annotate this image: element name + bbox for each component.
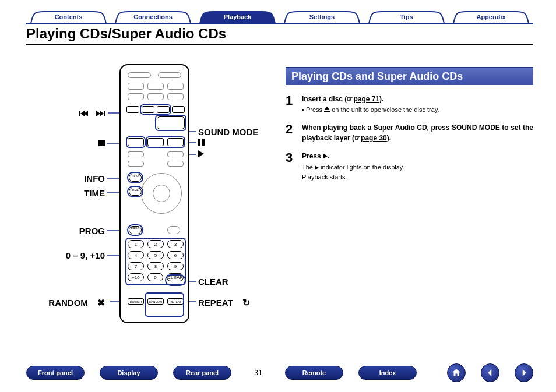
remote-time: TIME (129, 188, 142, 196)
tab-label: Connections (111, 10, 195, 23)
remote-random: RANDOM (147, 298, 164, 305)
step-3: 3 Press . The indicator lights on the di… (286, 151, 533, 182)
home-icon[interactable] (447, 363, 466, 382)
tab-label: Playback (195, 10, 280, 23)
remote-dimmer: DIMMER (128, 298, 144, 305)
remote-num: 3 (167, 240, 184, 248)
remote-body: INFO TIME PROG 1 2 3 4 5 6 7 8 9 (119, 64, 189, 323)
step-sub: Playback starts. (302, 173, 533, 182)
footer-remote[interactable]: Remote (285, 366, 343, 380)
remote-num: 1 (128, 240, 144, 248)
remote-sound-mode (157, 116, 185, 129)
tab-playback[interactable]: Playback (195, 10, 280, 23)
step-sub: The indicator lights on the display. (302, 163, 533, 172)
step-1: 1 Insert a disc (☞page 71). Press on the… (286, 94, 533, 115)
remote-num: 0 (147, 273, 164, 281)
remote-ff (172, 106, 185, 113)
tab-label: Contents (26, 10, 111, 23)
remote-next (157, 106, 170, 113)
remote-rew (126, 106, 139, 113)
content-right: Playing CDs and Super Audio CDs 1 Insert… (286, 67, 533, 190)
steps: 1 Insert a disc (☞page 71). Press on the… (286, 94, 533, 182)
remote-play (147, 138, 164, 146)
step-number: 1 (286, 94, 296, 115)
tab-settings[interactable]: Settings (280, 10, 364, 23)
step-number: 2 (286, 123, 296, 143)
section-title: Playing CDs and Super Audio CDs (286, 67, 533, 85)
remote-pause (167, 138, 184, 146)
remote-num: 6 (167, 251, 184, 259)
remote-info: INFO (129, 174, 142, 182)
link-page-71[interactable]: page 71 (353, 95, 379, 103)
remote-stop (128, 138, 144, 146)
tab-connections[interactable]: Connections (111, 10, 195, 23)
footer-front-panel[interactable]: Front panel (26, 366, 85, 380)
step-title: When playing back a Super Audio CD, pres… (302, 123, 533, 143)
forward-icon[interactable] (515, 363, 533, 382)
remote-diagram: INFO TIME PROG 0 – 9, +10 RANDOM ✖ SOUND… (35, 64, 274, 338)
remote-num: 5 (147, 251, 164, 259)
tab-label: Settings (280, 10, 364, 23)
top-tabs: Contents Connections Playback Settings T… (26, 10, 533, 23)
remote-clear: CLEAR (167, 273, 184, 281)
page-number: 31 (247, 369, 270, 377)
footer-rear-panel[interactable]: Rear panel (173, 366, 231, 380)
pointer-icon: ☞ (347, 95, 353, 103)
top-rule (26, 23, 533, 24)
remote-numpad: 1 2 3 4 5 6 7 8 9 +10 0 CLEAR (128, 240, 184, 284)
step-title: Insert a disc (☞page 71). (302, 94, 533, 104)
remote-num: 4 (128, 251, 144, 259)
link-page-30[interactable]: page 30 (361, 134, 387, 142)
remote-prev (142, 106, 154, 113)
remote-num: 7 (128, 262, 144, 270)
step-sub: Press on the unit to open/close the disc… (302, 105, 533, 115)
play-icon (315, 165, 319, 170)
remote-num: 8 (147, 262, 164, 270)
remote-repeat: REPEAT (167, 298, 184, 305)
remote-num: 2 (147, 240, 164, 248)
remote-num: 9 (167, 262, 184, 270)
tab-appendix[interactable]: Appendix (449, 10, 533, 23)
highlight-random-repeat (145, 292, 184, 317)
step-title: Press . (302, 151, 533, 161)
remote-bottom-row: DIMMER RANDOM REPEAT (128, 298, 184, 305)
footer-display[interactable]: Display (100, 366, 158, 380)
step-2: 2 When playing back a Super Audio CD, pr… (286, 123, 533, 143)
page-title: Playing CDs/Super Audio CDs (26, 26, 226, 42)
tab-label: Appendix (449, 10, 533, 23)
tab-contents[interactable]: Contents (26, 10, 111, 23)
footer: Front panel Display Rear panel 31 Remote… (26, 364, 533, 382)
footer-index[interactable]: Index (358, 366, 417, 380)
title-rule (26, 44, 533, 45)
pointer-icon: ☞ (354, 134, 361, 142)
step-number: 3 (286, 151, 296, 182)
tab-label: Tips (364, 10, 449, 23)
remote-plus10: +10 (128, 273, 144, 281)
tab-tips[interactable]: Tips (364, 10, 449, 23)
eject-icon (324, 107, 330, 112)
back-icon[interactable] (481, 363, 499, 382)
play-icon (323, 153, 328, 159)
remote-prog: PROG (129, 226, 142, 234)
